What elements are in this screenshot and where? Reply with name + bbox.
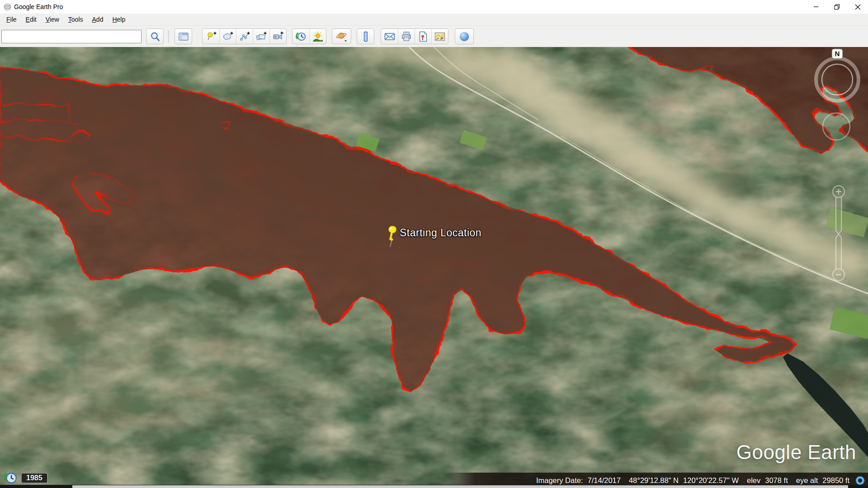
google-earth-window: Google Earth Pro File Edit View Tools Ad xyxy=(0,0,868,488)
menu-add-mnemonic: A xyxy=(92,16,96,23)
imagery-date-value: 7/14/2017 xyxy=(588,476,621,485)
window-title: Google Earth Pro xyxy=(14,3,63,10)
navigation-controls[interactable]: N xyxy=(805,47,868,291)
historical-time-icon[interactable] xyxy=(4,471,18,485)
menu-tools[interactable]: Tools xyxy=(64,14,88,24)
add-polygon-button[interactable] xyxy=(219,29,236,44)
imagery-date-label: Imagery Date: xyxy=(536,476,583,485)
add-placemark-button[interactable] xyxy=(203,29,219,44)
planets-button[interactable] xyxy=(332,29,351,44)
search-icon xyxy=(150,31,160,42)
compass-north-label: N xyxy=(835,50,840,57)
toolbar-separator xyxy=(168,31,169,42)
save-image-button[interactable] xyxy=(415,29,431,44)
bottom-edge-strip xyxy=(0,485,868,488)
menu-tools-mnemonic: T xyxy=(68,16,71,23)
menu-bar: File Edit View Tools Add Help xyxy=(0,14,868,25)
app-globe-icon xyxy=(4,3,11,11)
view-in-maps-icon xyxy=(434,31,446,42)
placemark-label: Starting Location xyxy=(400,227,481,239)
view-in-maps-button[interactable] xyxy=(431,29,448,44)
elev-label: elev xyxy=(747,476,760,485)
add-path-button[interactable] xyxy=(236,29,253,44)
record-tour-icon xyxy=(272,31,284,42)
menu-add-rest: dd xyxy=(96,16,104,23)
historical-imagery-icon xyxy=(295,31,307,42)
earth-web-button[interactable] xyxy=(455,29,473,44)
add-placemark-icon xyxy=(205,31,217,42)
add-polygon-icon xyxy=(222,31,234,42)
imagery-year-badge: 1985 xyxy=(21,473,48,483)
menu-help-mnemonic: H xyxy=(112,16,117,23)
search-input[interactable] xyxy=(1,30,142,43)
menu-help[interactable]: Help xyxy=(108,14,130,24)
sunlight-button[interactable] xyxy=(309,29,326,44)
minimize-icon xyxy=(813,4,819,9)
google-earth-watermark: Google Earth xyxy=(736,441,856,464)
history-time-chip: 1985 xyxy=(4,471,48,485)
close-button[interactable] xyxy=(847,0,868,14)
elevation-value: 3078 ft xyxy=(765,476,788,485)
terrain-imagery xyxy=(0,47,868,488)
close-icon xyxy=(855,4,861,10)
look-joystick xyxy=(823,113,850,140)
planets-icon xyxy=(335,31,348,42)
restore-button[interactable] xyxy=(826,0,847,14)
sunlight-icon xyxy=(312,31,324,42)
ruler-icon xyxy=(360,31,371,42)
menu-view[interactable]: View xyxy=(41,14,64,24)
menu-file-mnemonic: F xyxy=(6,16,10,23)
add-path-icon xyxy=(239,31,250,42)
menu-edit[interactable]: Edit xyxy=(21,14,41,24)
longitude-value: 120°20'22.57" W xyxy=(683,476,739,485)
print-button[interactable] xyxy=(398,29,415,44)
menu-help-rest: elp xyxy=(117,16,126,23)
search-button[interactable] xyxy=(146,29,163,44)
sidebar-toggle-button[interactable] xyxy=(175,29,192,44)
zoom-slider xyxy=(833,186,844,281)
compass-ring xyxy=(816,58,859,101)
menu-add[interactable]: Add xyxy=(88,14,108,24)
map-3d-view[interactable]: Starting Location N Google Earth xyxy=(0,47,868,488)
restore-icon xyxy=(834,4,840,10)
menu-view-mnemonic: V xyxy=(46,16,50,23)
ruler-button[interactable] xyxy=(357,29,374,44)
print-icon xyxy=(401,31,412,42)
add-image-overlay-icon xyxy=(255,31,267,42)
sidebar-toggle-icon xyxy=(178,31,189,42)
add-image-overlay-button[interactable] xyxy=(253,29,269,44)
email-icon xyxy=(384,31,396,42)
menu-view-rest: iew xyxy=(50,16,59,23)
menu-edit-mnemonic: E xyxy=(26,16,30,23)
placemark-pin-icon[interactable] xyxy=(386,225,399,249)
menu-tools-rest: ools xyxy=(71,16,83,23)
latitude-value: 48°29'12.88" N xyxy=(629,476,679,485)
save-image-icon xyxy=(417,31,429,42)
title-bar: Google Earth Pro xyxy=(0,0,868,14)
minimize-button[interactable] xyxy=(806,0,826,14)
eye-alt-label: eye alt xyxy=(796,476,818,485)
eye-altitude-value: 29850 ft xyxy=(822,476,849,485)
historical-imagery-button[interactable] xyxy=(292,29,309,44)
menu-file-rest: ile xyxy=(10,16,17,23)
toolbar xyxy=(0,25,868,47)
menu-edit-rest: dit xyxy=(30,16,37,23)
streaming-progress-icon xyxy=(856,476,864,485)
record-tour-button[interactable] xyxy=(269,29,286,44)
earth-web-icon xyxy=(458,31,470,42)
email-button[interactable] xyxy=(381,29,398,44)
menu-file[interactable]: File xyxy=(2,14,21,24)
